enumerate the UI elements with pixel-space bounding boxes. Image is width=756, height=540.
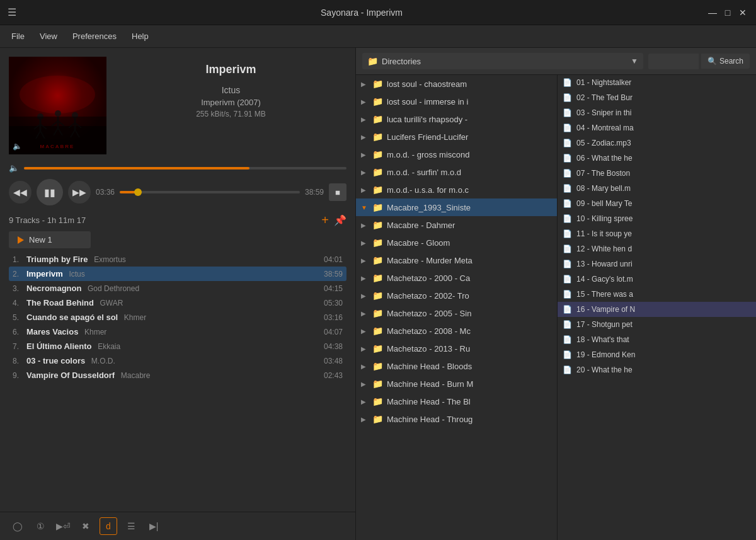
file-item[interactable]: 📄 06 - What the he	[558, 151, 756, 166]
directory-item[interactable]: ▶ 📁 Machetazo - 2013 - Ru	[356, 340, 557, 357]
track-row[interactable]: 3. Necromagnon God Dethroned 04:15	[9, 281, 346, 296]
dir-folder-icon: 📁	[372, 255, 383, 265]
file-icon: 📄	[563, 275, 573, 284]
dynamic-playlist-button[interactable]: d	[100, 517, 117, 535]
pin-button[interactable]: 📌	[334, 214, 346, 226]
minimize-button[interactable]: —	[707, 7, 718, 18]
file-item[interactable]: 📄 13 - Howard unri	[558, 256, 756, 272]
file-icon: 📄	[563, 93, 573, 102]
file-item[interactable]: 📄 17 - Shotgun pet	[558, 317, 756, 332]
track-duration: 38:59	[324, 270, 343, 279]
dir-arrow-icon: ▶	[361, 81, 369, 88]
directory-item[interactable]: ▶ 📁 Machetazo - 2002- Tro	[356, 287, 557, 304]
file-item[interactable]: 📄 15 - There was a	[558, 287, 756, 302]
volume-slider[interactable]	[24, 167, 346, 169]
file-item[interactable]: 📄 01 - Nightstalker	[558, 75, 756, 90]
directories-dropdown[interactable]: 📁 Directories ▼	[362, 53, 643, 69]
dir-folder-icon: 📁	[372, 379, 383, 389]
file-item[interactable]: 📄 16 - Vampire of N	[558, 302, 756, 317]
file-item[interactable]: 📄 02 - The Ted Bur	[558, 90, 756, 105]
menu-preferences[interactable]: Preferences	[66, 29, 123, 43]
directory-item[interactable]: ▶ 📁 luca turilli's rhapsody -	[356, 110, 557, 128]
directory-item[interactable]: ▶ 📁 Machetazo - 2000 - Ca	[356, 269, 557, 287]
track-row[interactable]: 6. Mares Vacios Khmer 04:07	[9, 325, 346, 339]
file-item[interactable]: 📄 18 - What's that	[558, 332, 756, 347]
track-number: 4.	[13, 299, 26, 307]
rewind-button[interactable]: ◀◀	[9, 181, 32, 204]
file-item[interactable]: 📄 19 - Edmond Ken	[558, 347, 756, 362]
dir-name: Macabre - Gloom	[387, 238, 552, 248]
directory-item[interactable]: ▶ 📁 Machetazo - 2005 - Sin	[356, 304, 557, 322]
pause-button[interactable]: ▮▮	[37, 179, 63, 205]
directory-item[interactable]: ▶ 📁 Macabre - Dahmer	[356, 216, 557, 234]
file-icon: 📄	[563, 124, 573, 132]
directory-item[interactable]: ▶ 📁 Machine Head - Bloods	[356, 357, 557, 375]
jump-to-current-button[interactable]: ▶|	[145, 517, 163, 535]
file-item[interactable]: 📄 04 - Montreal ma	[558, 120, 756, 135]
file-item[interactable]: 📄 12 - White hen d	[558, 241, 756, 256]
file-item[interactable]: 📄 10 - Killing spree	[558, 211, 756, 226]
directory-item[interactable]: ▼ 📁 Macabre_1993_Siniste	[356, 198, 557, 216]
dir-name: lost soul - immerse in i	[387, 97, 552, 106]
menu-help[interactable]: Help	[125, 29, 155, 43]
track-row[interactable]: 9. Vampire Of Dusseldorf Macabre 02:43	[9, 368, 346, 382]
directory-item[interactable]: ▶ 📁 Machine Head - Throug	[356, 410, 557, 428]
directory-item[interactable]: ▶ 📁 Machetazo - 2008 - Mc	[356, 322, 557, 340]
repeat-off-button[interactable]: ◯	[9, 517, 26, 535]
track-row[interactable]: 4. The Road Behind GWAR 05:30	[9, 296, 346, 310]
directory-item[interactable]: ▶ 📁 Macabre - Murder Meta	[356, 251, 557, 269]
forward-button[interactable]: ▶▶	[68, 181, 91, 204]
directory-item[interactable]: ▶ 📁 m.o.d.- u.s.a. for m.o.c	[356, 181, 557, 198]
file-icon: 📄	[563, 365, 573, 374]
track-row[interactable]: 8. 03 - true colors M.O.D. 03:48	[9, 353, 346, 368]
dir-folder-icon: 📁	[372, 167, 383, 177]
file-name: 15 - There was a	[576, 290, 633, 299]
menu-file[interactable]: File	[5, 29, 31, 43]
directory-item[interactable]: ▶ 📁 Machine Head - Burn M	[356, 375, 557, 393]
volume-icon: 🔈	[9, 163, 19, 173]
directory-item[interactable]: ▶ 📁 Machine Head - The Bl	[356, 393, 557, 410]
file-icon: 📄	[563, 229, 573, 238]
directory-item[interactable]: ▶ 📁 Macabre - Gloom	[356, 234, 557, 251]
seek-track[interactable]	[120, 191, 300, 193]
file-icon: 📄	[563, 108, 573, 117]
file-item[interactable]: 📄 20 - What the he	[558, 362, 756, 377]
directory-item[interactable]: ▶ 📁 m.o.d. - surfin' m.o.d	[356, 163, 557, 181]
file-item[interactable]: 📄 14 - Gacy's lot.m	[558, 272, 756, 287]
search-button[interactable]: 🔍 Search	[701, 54, 750, 69]
file-icon: 📄	[563, 260, 573, 268]
svg-line-14	[58, 128, 62, 135]
directory-item[interactable]: ▶ 📁 lost soul - chaostream	[356, 75, 557, 93]
track-row[interactable]: 7. El Último Aliento Ekkaia 04:38	[9, 339, 346, 353]
dir-arrow-icon: ▶	[361, 310, 369, 317]
dir-folder-icon: 📁	[372, 396, 383, 406]
repeat-one-button[interactable]: ①	[32, 517, 49, 535]
directory-item[interactable]: ▶ 📁 m.o.d. - gross miscond	[356, 146, 557, 163]
file-name: 03 - Sniper in thi	[576, 108, 631, 117]
maximize-button[interactable]: □	[722, 7, 733, 18]
directory-item[interactable]: ▶ 📁 lost soul - immerse in i	[356, 93, 557, 110]
stop-button[interactable]: ■	[329, 183, 346, 201]
file-item[interactable]: 📄 03 - Sniper in thi	[558, 105, 756, 120]
dir-folder-icon: 📁	[372, 414, 383, 424]
dir-folder-icon: 📁	[372, 132, 383, 142]
search-input[interactable]	[648, 54, 699, 69]
track-row[interactable]: 1. Triumph by Fire Exmortus 04:01	[9, 252, 346, 267]
menu-view[interactable]: View	[33, 29, 64, 43]
shuffle-button[interactable]: ✖	[77, 517, 94, 535]
add-to-playlist-button[interactable]: +	[321, 213, 329, 227]
track-row[interactable]: 2. Imperivm Ictus 38:59	[9, 267, 346, 281]
playlist-view-button[interactable]: ☰	[122, 517, 140, 535]
file-item[interactable]: 📄 08 - Mary bell.m	[558, 181, 756, 196]
directory-item[interactable]: ▶ 📁 Lucifers Friend-Lucifer	[356, 128, 557, 146]
dir-arrow-icon: ▶	[361, 398, 369, 405]
track-row[interactable]: 5. Cuando se apagó el sol Khmer 03:16	[9, 310, 346, 325]
repeat-all-button[interactable]: ▶⏎	[54, 517, 72, 535]
file-item[interactable]: 📄 07 - The Boston	[558, 166, 756, 181]
close-button[interactable]: ✕	[737, 7, 748, 18]
file-item[interactable]: 📄 09 - bell Mary Te	[558, 196, 756, 211]
dir-arrow-icon: ▶	[361, 328, 369, 335]
file-item[interactable]: 📄 05 - Zodiac.mp3	[558, 135, 756, 151]
new-playlist-button[interactable]: New 1	[9, 231, 91, 248]
file-item[interactable]: 📄 11 - Is it soup ye	[558, 226, 756, 241]
